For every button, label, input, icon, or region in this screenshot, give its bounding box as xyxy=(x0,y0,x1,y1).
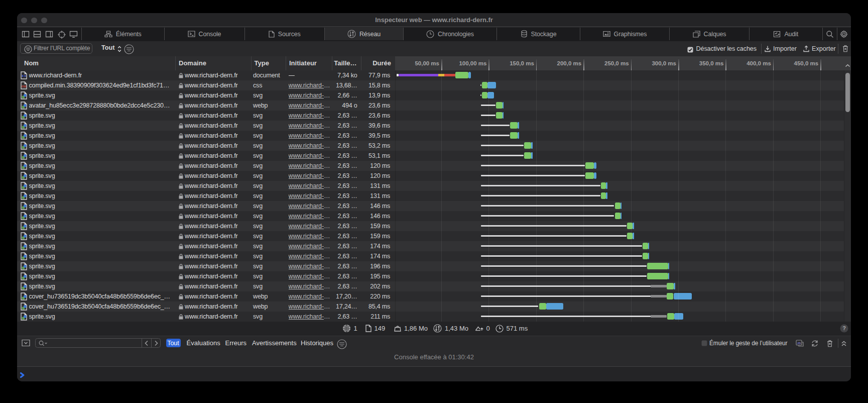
svg-text:css: css xyxy=(21,84,26,88)
svg-text:JS: JS xyxy=(797,342,800,345)
svg-text:?: ? xyxy=(842,325,846,331)
